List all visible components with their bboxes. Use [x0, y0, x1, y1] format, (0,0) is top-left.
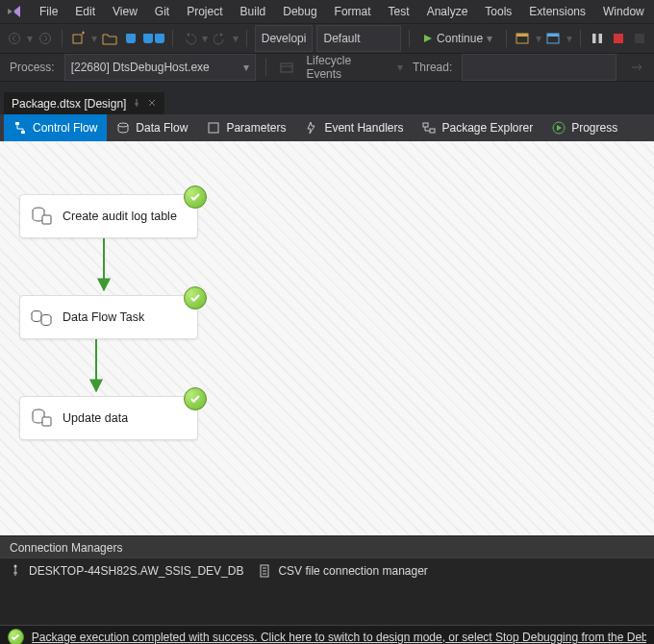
stack-frame-icon[interactable]: [628, 57, 648, 78]
tab-progress[interactable]: Progress: [542, 114, 627, 141]
success-badge-icon: [184, 186, 207, 209]
flow-icon: [13, 121, 27, 135]
connection-manager-label: CSV file connection manager: [278, 564, 427, 578]
close-icon[interactable]: [147, 97, 157, 111]
menu-format[interactable]: Format: [326, 2, 380, 21]
platform-combo[interactable]: Default: [316, 25, 401, 52]
svg-rect-8: [598, 34, 602, 43]
svg-rect-11: [21, 131, 25, 134]
menu-git[interactable]: Git: [146, 2, 178, 21]
document-tab[interactable]: Package.dtsx [Design]: [4, 92, 164, 114]
svg-point-12: [118, 123, 128, 127]
nav-back-icon[interactable]: [6, 28, 23, 49]
connection-managers-title: Connection Managers: [0, 538, 654, 558]
svg-rect-4: [516, 34, 528, 37]
connection-manager-item[interactable]: DESKTOP-44SH82S.AW_SSIS_DEV_DB: [10, 564, 243, 578]
open-icon[interactable]: [101, 28, 118, 49]
status-success-icon: [8, 629, 24, 644]
menu-extensions[interactable]: Extensions: [520, 2, 594, 21]
menu-file[interactable]: File: [31, 2, 66, 21]
config-combo[interactable]: Developi: [255, 25, 314, 52]
design-canvas[interactable]: Create audit log table Data Flow Task Up…: [0, 141, 654, 537]
svg-point-0: [10, 34, 20, 44]
menu-tools[interactable]: Tools: [476, 2, 520, 21]
process-bar: Process: [22680] DtsDebugHost.exe ▾ Life…: [0, 54, 654, 82]
task-create-audit-log[interactable]: Create audit log table: [19, 194, 198, 238]
parameters-icon: [207, 121, 220, 135]
nav-fwd-icon[interactable]: [37, 28, 54, 49]
process-combo[interactable]: [22680] DtsDebugHost.exe ▾: [64, 54, 256, 81]
task-label: Create audit log table: [63, 210, 177, 223]
menu-test[interactable]: Test: [380, 2, 418, 21]
sql-task-icon: [30, 205, 53, 228]
svg-rect-18: [42, 215, 51, 224]
process-label: Process:: [6, 61, 59, 74]
svg-rect-2: [73, 35, 82, 43]
dataflow-icon: [116, 121, 130, 135]
document-tabstrip: Package.dtsx [Design]: [0, 82, 654, 114]
db-connection-icon: [10, 564, 23, 578]
tab-event-handlers[interactable]: Event Handlers: [295, 114, 413, 141]
event-icon: [305, 121, 318, 135]
script-icon[interactable]: [545, 28, 563, 49]
tab-control-flow[interactable]: Control Flow: [4, 114, 107, 141]
browser-select-icon[interactable]: [515, 28, 532, 49]
svg-rect-6: [547, 34, 559, 37]
restart-icon[interactable]: [631, 28, 648, 49]
success-badge-icon: [184, 387, 207, 410]
svg-rect-22: [42, 417, 51, 426]
menu-build[interactable]: Build: [232, 2, 275, 21]
connection-manager-item[interactable]: CSV file connection manager: [259, 564, 427, 578]
tab-data-flow[interactable]: Data Flow: [107, 114, 197, 141]
explorer-icon: [422, 121, 436, 135]
svg-point-23: [14, 565, 17, 568]
task-label: Update data: [63, 411, 128, 425]
svg-rect-14: [423, 123, 428, 127]
save-all-icon[interactable]: [143, 28, 164, 49]
menu-analyze[interactable]: Analyze: [418, 2, 477, 21]
thread-combo[interactable]: [462, 54, 616, 81]
task-data-flow[interactable]: Data Flow Task: [19, 295, 198, 339]
designer-tabstrip: Control Flow Data Flow Parameters Event …: [0, 114, 654, 141]
continue-button[interactable]: Continue ▾: [417, 28, 498, 49]
success-badge-icon: [184, 286, 207, 310]
play-icon: [552, 121, 566, 135]
svg-rect-9: [281, 63, 292, 72]
tab-parameters[interactable]: Parameters: [197, 114, 295, 141]
menu-window[interactable]: Window: [594, 2, 653, 21]
status-message-link[interactable]: Package execution completed with success…: [32, 631, 646, 644]
tab-package-explorer[interactable]: Package Explorer: [413, 114, 542, 141]
stop-icon[interactable]: [610, 28, 627, 49]
menu-bar: File Edit View Git Project Build Debug F…: [0, 0, 654, 24]
save-icon[interactable]: [122, 28, 139, 49]
svg-rect-7: [592, 34, 596, 43]
menu-project[interactable]: Project: [178, 2, 231, 21]
undo-icon[interactable]: [181, 28, 198, 49]
status-bar: Package execution completed with success…: [0, 625, 654, 644]
pin-icon[interactable]: [132, 97, 141, 111]
document-tab-title: Package.dtsx [Design]: [12, 97, 126, 111]
thread-label: Thread:: [409, 61, 456, 74]
lifecycle-events-icon[interactable]: [276, 57, 296, 78]
svg-rect-13: [209, 123, 218, 133]
task-update-data[interactable]: Update data: [19, 396, 198, 440]
svg-rect-15: [430, 129, 435, 133]
main-toolbar: ▾ ▾ ▾ ▾ Developi Default Continue ▾ ▾ ▾: [0, 24, 654, 54]
svg-point-1: [40, 34, 51, 44]
menu-debug[interactable]: Debug: [274, 2, 325, 21]
menu-view[interactable]: View: [104, 2, 146, 21]
connection-manager-label: DESKTOP-44SH82S.AW_SSIS_DEV_DB: [29, 564, 243, 578]
task-label: Data Flow Task: [63, 310, 144, 324]
vs-logo: [6, 3, 23, 20]
menu-edit[interactable]: Edit: [66, 2, 104, 21]
file-connection-icon: [259, 564, 272, 578]
pause-icon[interactable]: [589, 28, 606, 49]
dataflow-task-icon: [30, 306, 53, 329]
connection-managers-panel: Connection Managers DESKTOP-44SH82S.AW_S…: [0, 537, 654, 625]
svg-rect-10: [15, 122, 19, 125]
sql-task-icon: [30, 407, 53, 430]
lifecycle-label: Lifecycle Events: [302, 54, 391, 81]
new-item-icon[interactable]: [70, 28, 88, 49]
redo-icon[interactable]: [212, 28, 229, 49]
